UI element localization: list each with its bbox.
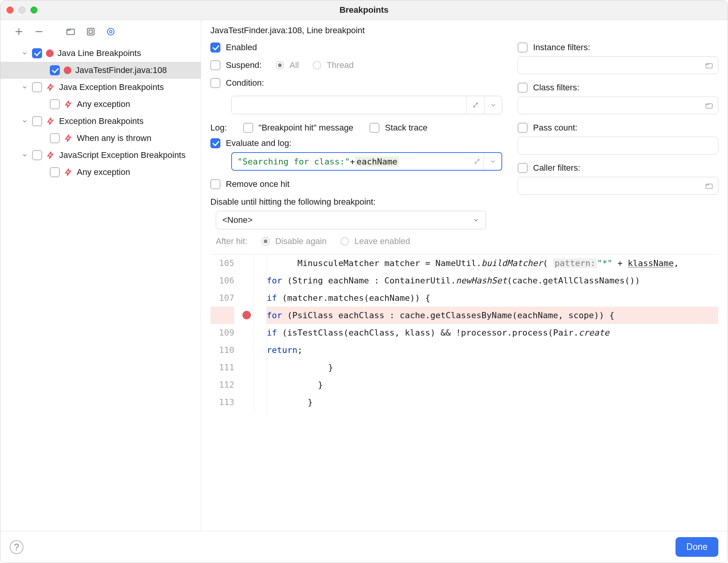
pass-count-checkbox[interactable]: [518, 123, 528, 133]
sidebar-toolbar: [0, 20, 201, 43]
caller-filters-field[interactable]: [518, 177, 718, 195]
exception-icon: [46, 151, 55, 160]
disable-until-label: Disable until hitting the following brea…: [210, 197, 502, 207]
suspend-label: Suspend:: [226, 60, 262, 70]
exception-icon: [64, 168, 73, 177]
help-button[interactable]: ?: [10, 540, 24, 554]
condition-field[interactable]: [231, 96, 502, 114]
class-filters-checkbox[interactable]: [518, 83, 528, 93]
tree-checkbox[interactable]: [50, 99, 60, 109]
svg-rect-1: [87, 28, 94, 35]
log-hit-label: "Breakpoint hit" message: [259, 123, 354, 133]
evaluate-log-checkbox[interactable]: [210, 138, 220, 148]
tree-checkbox[interactable]: [32, 48, 42, 58]
caller-filters-checkbox[interactable]: [518, 163, 528, 173]
chevron-down-icon[interactable]: [484, 96, 502, 114]
tree-item[interactable]: JavaTestFinder.java:108: [0, 62, 201, 79]
disable-until-select[interactable]: <None>: [216, 211, 486, 229]
breakpoint-dot-icon: [64, 66, 71, 74]
pass-count-field[interactable]: [518, 137, 718, 154]
condition-checkbox[interactable]: [210, 78, 220, 88]
expand-icon[interactable]: [471, 153, 484, 170]
instance-filters-field[interactable]: [518, 56, 718, 74]
titlebar: Breakpoints: [0, 0, 728, 20]
svg-rect-7: [706, 184, 713, 188]
class-filters-field[interactable]: [518, 97, 718, 114]
svg-point-3: [107, 28, 114, 35]
view-options-button[interactable]: [104, 25, 118, 39]
enabled-label: Enabled: [226, 42, 257, 53]
tree-group[interactable]: Java Line Breakpoints: [0, 45, 201, 62]
code-line: for (PsiClass eachClass : cache.getClass…: [267, 307, 718, 324]
tree-checkbox[interactable]: [50, 65, 60, 75]
tree-item[interactable]: When any is thrown: [0, 130, 201, 147]
breakpoint-title: JavaTestFinder.java:108, Line breakpoint: [210, 25, 718, 36]
suspend-all-radio[interactable]: [276, 61, 284, 70]
log-stack-label: Stack trace: [385, 123, 427, 133]
log-stack-checkbox[interactable]: [369, 123, 379, 133]
tree-checkbox[interactable]: [32, 116, 42, 126]
tree-group[interactable]: Exception Breakpoints: [0, 113, 201, 130]
code-area[interactable]: MinusculeMatcher matcher = NameUtil.buil…: [267, 254, 718, 413]
tree-item[interactable]: Any exception: [0, 164, 201, 181]
tree-item[interactable]: Any exception: [0, 96, 201, 113]
tree-label: Java Line Breakpoints: [58, 48, 141, 58]
folder-icon: [705, 61, 713, 70]
breakpoint-gutter[interactable]: [240, 254, 254, 413]
tree-group[interactable]: Java Exception Breakpoints: [0, 79, 201, 96]
breakpoints-tree[interactable]: Java Line BreakpointsJavaTestFinder.java…: [0, 43, 201, 531]
log-hit-checkbox[interactable]: [243, 123, 253, 133]
tree-label: Java Exception Breakpoints: [59, 82, 164, 92]
evaluate-log-field[interactable]: "Searching for class:" + eachName: [231, 152, 502, 171]
after-hit-leave-label: Leave enabled: [354, 236, 410, 246]
tree-checkbox[interactable]: [50, 167, 60, 177]
eval-string-token: "Searching for class:": [237, 157, 350, 166]
remove-once-checkbox[interactable]: [210, 179, 220, 189]
expand-icon[interactable]: [466, 96, 484, 114]
tree-checkbox[interactable]: [32, 150, 42, 160]
enabled-checkbox[interactable]: [210, 42, 220, 53]
instance-filters-checkbox[interactable]: [518, 42, 528, 53]
line-numbers: 105106107109110111112113: [210, 254, 240, 413]
sidebar: Java Line BreakpointsJavaTestFinder.java…: [0, 20, 201, 531]
disable-until-value: <None>: [222, 215, 252, 225]
code-line: }: [267, 393, 718, 411]
add-breakpoint-button[interactable]: [12, 25, 26, 39]
suspend-checkbox[interactable]: [210, 60, 220, 70]
group-by-file-button[interactable]: [64, 25, 78, 39]
folder-icon: [705, 181, 713, 190]
code-line: return;: [267, 341, 718, 359]
code-line: if (isTestClass(eachClass, klass) && !pr…: [267, 324, 718, 341]
class-filters-label: Class filters:: [533, 83, 579, 93]
code-line: for (String eachName : ContainerUtil.new…: [267, 272, 718, 289]
remove-breakpoint-button[interactable]: [32, 25, 46, 39]
folder-icon: [705, 101, 713, 110]
tree-checkbox[interactable]: [50, 133, 60, 143]
group-by-package-button[interactable]: [84, 25, 98, 39]
eval-op-token: +: [350, 157, 355, 166]
evaluate-log-label: Evaluate and log:: [226, 138, 291, 148]
after-hit-leave-radio[interactable]: [340, 237, 349, 246]
tree-checkbox[interactable]: [32, 82, 42, 92]
exception-icon: [64, 100, 73, 109]
suspend-thread-radio[interactable]: [313, 61, 321, 70]
caller-filters-label: Caller filters:: [533, 163, 580, 173]
chevron-down-icon[interactable]: [484, 153, 501, 170]
tree-group[interactable]: JavaScript Exception Breakpoints: [0, 147, 201, 164]
suspend-all-label: All: [290, 60, 299, 70]
breakpoint-marker[interactable]: [242, 311, 251, 319]
exception-icon: [64, 134, 73, 143]
code-preview: 105106107109110111112113 MinusculeMatche…: [210, 254, 718, 413]
breakpoints-dialog: Breakpoints Java Line BreakpointsJavaTes…: [0, 0, 728, 563]
exception-icon: [46, 83, 55, 92]
svg-rect-0: [67, 29, 74, 35]
tree-label: Any exception: [77, 167, 130, 177]
svg-rect-5: [706, 63, 713, 68]
fold-gutter: [254, 254, 267, 413]
tree-label: Any exception: [77, 99, 130, 109]
done-button[interactable]: Done: [676, 537, 718, 557]
condition-label: Condition:: [226, 78, 264, 88]
after-hit-disable-radio[interactable]: [261, 237, 270, 246]
tree-label: JavaScript Exception Breakpoints: [59, 150, 186, 160]
tree-label: When any is thrown: [77, 133, 151, 143]
